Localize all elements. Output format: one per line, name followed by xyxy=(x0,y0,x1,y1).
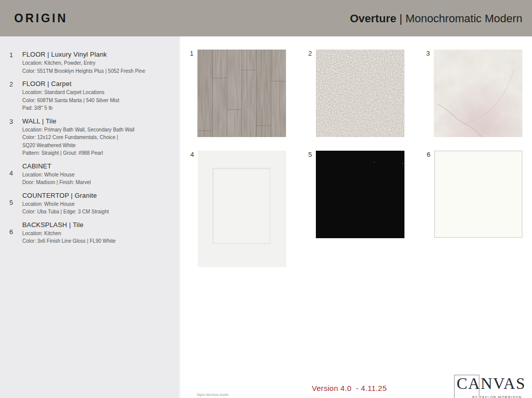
spec-item-countertop: 5 COUNTERTOP | Granite Location: Whole H… xyxy=(0,192,174,216)
spec-title: FLOOR | Luxury Vinyl Plank xyxy=(22,51,174,58)
spec-number: 2 xyxy=(0,80,22,112)
spec-title: CABINET xyxy=(22,162,174,170)
lvp-texture-image xyxy=(197,50,286,137)
spec-detail: Location: Standard Carpet Locations xyxy=(22,89,174,97)
canvas-logo: CANVAS BY TAYLOR MORRISON xyxy=(454,375,523,398)
swatch-number: 6 xyxy=(427,151,430,158)
granite-texture-image xyxy=(316,151,404,238)
spec-number: 5 xyxy=(0,192,22,216)
spec-detail: Location: Whole House xyxy=(22,171,174,179)
spec-detail: Location: Primary Bath Wall, Secondary B… xyxy=(22,126,174,134)
style-name: | Monochromatic Modern xyxy=(399,12,522,25)
brand-logo: ORIGIN xyxy=(14,12,68,25)
spec-detail: SQ20 Weathered White xyxy=(22,142,174,150)
swatch-number: 2 xyxy=(308,50,312,57)
spec-number: 1 xyxy=(0,51,22,75)
spec-item-wall-tile: 3 WALL | Tile Location: Primary Bath Wal… xyxy=(0,117,174,157)
canvas-logo-tagline: BY TAYLOR MORRISON xyxy=(472,395,522,398)
swatch-number: 5 xyxy=(308,151,312,158)
spec-detail: Color: 551TM Brooklyn Heights Plus | 505… xyxy=(22,67,174,75)
spec-number: 6 xyxy=(0,221,22,245)
spec-title: COUNTERTOP | Granite xyxy=(22,192,174,199)
swatch-stone-tile: 3 xyxy=(434,50,522,137)
stone-texture-image xyxy=(434,50,522,137)
spec-sidebar: 1 FLOOR | Luxury Vinyl Plank Location: K… xyxy=(0,36,181,398)
spec-item-cabinet: 4 CABINET Location: Whole House Door: Ma… xyxy=(0,162,174,187)
spec-detail: Color: 608TM Santa Marta | 540 Silver Mi… xyxy=(22,97,174,105)
spec-title: BACKSPLASH | Tile xyxy=(22,221,174,229)
carpet-texture-image xyxy=(316,50,404,137)
spec-number: 3 xyxy=(0,117,22,157)
design-board-page: ORIGIN Overture | Monochromatic Modern 1… xyxy=(0,0,532,398)
spec-detail: Color: 3x6 Finish Line Gloss | FL90 Whit… xyxy=(22,237,174,245)
swatch-luxury-vinyl-plank: 1 xyxy=(197,50,286,137)
spec-detail: Pattern: Straight | Grout: #988 Pearl xyxy=(22,149,174,157)
spec-item-floor-carpet: 2 FLOOR | Carpet Location: Standard Carp… xyxy=(0,80,174,112)
canvas-logo-wordmark: CANVAS xyxy=(457,375,525,392)
spec-detail: Door: Madison | Finish: Marvel xyxy=(22,179,174,187)
spec-item-floor-lvp: 1 FLOOR | Luxury Vinyl Plank Location: K… xyxy=(0,51,174,75)
spec-detail: Color: Uba Tuba | Edge: 3 CM Straight xyxy=(22,208,174,216)
spec-item-backsplash: 6 BACKSPLASH | Tile Location: Kitchen Co… xyxy=(0,221,174,245)
version-label: Version 4.0 - 4.11.25 xyxy=(312,384,387,392)
header-bar: ORIGIN Overture | Monochromatic Modern xyxy=(0,0,532,36)
spec-detail: Location: Kitchen, Powder, Entry xyxy=(22,59,174,67)
swatch-carpet: 2 xyxy=(316,50,404,137)
page-title: Overture | Monochromatic Modern xyxy=(350,12,522,25)
swatch-number: 1 xyxy=(190,50,193,57)
spec-title: WALL | Tile xyxy=(22,117,174,125)
cabinet-door-panel xyxy=(213,168,270,244)
cabinet-door-image xyxy=(198,151,286,267)
watermark-text: Taylor Morrison Austin xyxy=(196,393,229,396)
swatch-cabinet-door: 4 xyxy=(198,151,286,267)
spec-detail: Location: Kitchen xyxy=(22,230,174,238)
spec-detail: Color: 12x12 Core Fundamentals, Choice | xyxy=(22,134,174,142)
white-tile-image xyxy=(434,151,522,238)
swatch-granite: 5 xyxy=(316,151,404,238)
spec-detail: Pad: 3/8" 5 lb xyxy=(22,104,174,112)
swatch-number: 3 xyxy=(426,50,430,57)
swatch-number: 4 xyxy=(190,151,194,158)
collection-name: Overture xyxy=(350,12,396,25)
swatch-backsplash-tile: 6 xyxy=(434,151,522,238)
spec-number: 4 xyxy=(0,162,22,187)
spec-detail: Location: Whole House xyxy=(22,200,174,208)
spec-title: FLOOR | Carpet xyxy=(22,80,174,87)
